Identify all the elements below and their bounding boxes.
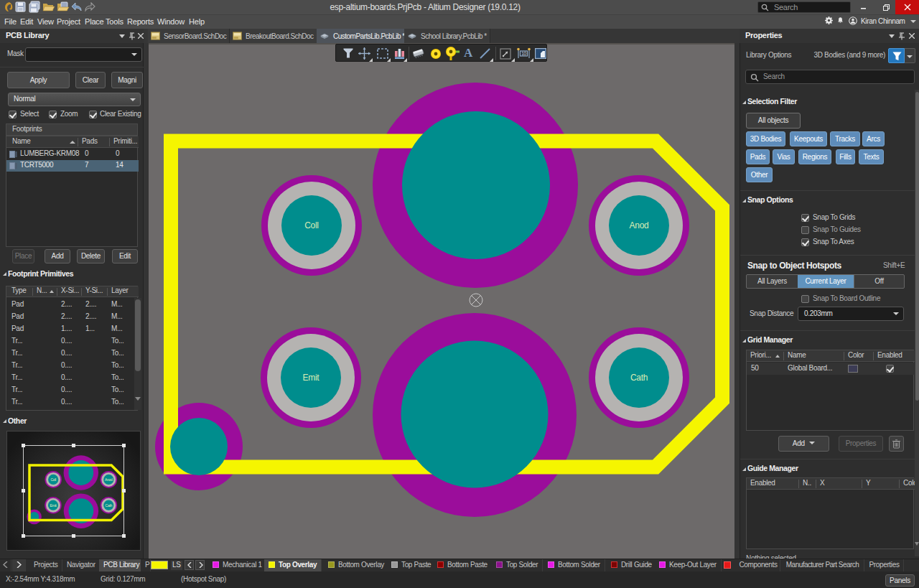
svg-text:Coll: Coll [50,477,56,482]
svg-text:Anod: Anod [630,220,649,230]
svg-text:Coll: Coll [304,220,318,230]
svg-text:Cath: Cath [106,503,113,508]
svg-text:10: 10 [521,51,526,56]
svg-text:Emit: Emit [303,373,320,383]
svg-text:Anod: Anod [105,477,113,482]
svg-text:Emit: Emit [50,503,57,508]
svg-text:Cath: Cath [630,373,648,383]
